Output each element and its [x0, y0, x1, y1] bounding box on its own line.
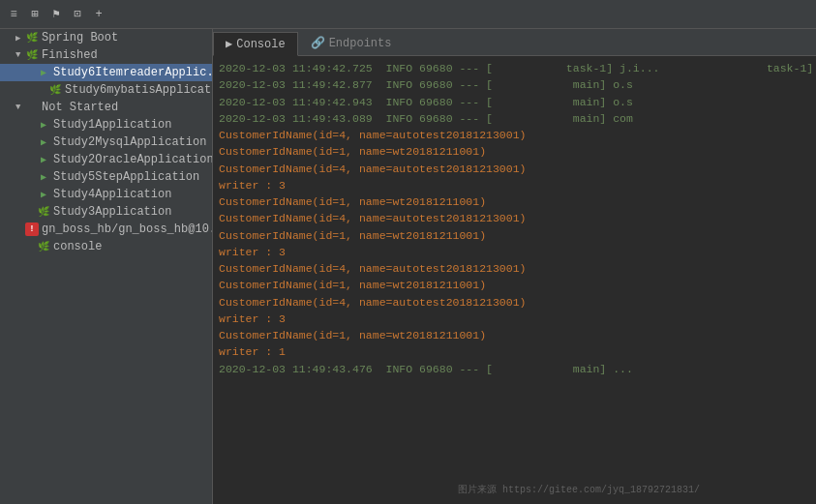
log-line: CustomerIdName(id=1, name=wt20181211001) [219, 193, 810, 210]
sidebar: ▶ 🌿 Spring Boot ▼ 🌿 Finished ▶ Study6Ite… [0, 29, 213, 504]
spring-boot-icon: 🌿 [25, 31, 39, 44]
toolbar-icon-grid[interactable]: ⊞ [27, 7, 43, 22]
log-line: 2020-12-03 11:49:42.943 INFO 69680 --- [… [219, 94, 810, 110]
app-run-icon: ▶ [37, 66, 50, 79]
log-line: CustomerIdName(id=1, name=wt20181211001) [219, 327, 810, 343]
log-line: 2020-12-03 11:49:42.877 INFO 69680 --- [… [219, 76, 810, 93]
sidebar-item-study1[interactable]: ▶ Study1Application [0, 116, 212, 133]
app-error-icon: ! [25, 222, 39, 236]
finished-icon: 🌿 [25, 48, 39, 62]
log-line: CustomerIdName(id=1, name=wt20181211001) [219, 277, 810, 293]
toolbar-icon-add[interactable]: + [91, 7, 106, 22]
log-line: writer : 3 [219, 177, 810, 193]
sidebar-item-label: Study3Application [53, 205, 171, 219]
sidebar-item-label: Study2OracleApplication [53, 153, 212, 166]
log-line: 2020-12-03 11:49:43.089 INFO 69680 --- [… [219, 110, 810, 127]
endpoints-tab-icon: 🔗 [311, 36, 325, 50]
not-started-icon [25, 101, 39, 114]
toolbar-icon-filter[interactable]: ⚑ [48, 7, 64, 22]
sidebar-item-study4[interactable]: ▶ Study4Application [0, 186, 212, 203]
sidebar-item-label: Study5StepApplication [53, 170, 199, 184]
console-output[interactable]: 2020-12-03 11:49:42.725 INFO 69680 --- [… [213, 56, 816, 504]
sidebar-item-spring-boot[interactable]: ▶ 🌿 Spring Boot [0, 29, 212, 46]
app-run-icon: ▶ [37, 153, 50, 166]
console-tabs: ▶ Console 🔗 Endpoints [213, 29, 816, 56]
log-line: CustomerIdName(id=4, name=autotest201812… [219, 127, 810, 143]
sidebar-item-study3[interactable]: 🌿 Study3Application [0, 203, 212, 221]
sidebar-item-not-started[interactable]: ▼ Not Started [0, 99, 212, 116]
toolbar-icon-menu[interactable]: ≡ [6, 7, 21, 22]
sidebar-item-label: Study6ItemreaderApplic... [53, 66, 212, 79]
app-run-icon: ▶ [37, 118, 50, 132]
sidebar-item-study5step[interactable]: ▶ Study5StepApplication [0, 168, 212, 186]
app-run-icon: ▶ [37, 135, 50, 149]
sidebar-item-label: gn_boss_hb/gn_boss_hb@10.0.2... [42, 222, 212, 236]
log-line: writer : 1 [219, 343, 810, 360]
sidebar-item-study6mybatis[interactable]: 🌿 Study6mybatisApplicatio... [0, 81, 212, 99]
tab-endpoints[interactable]: 🔗 Endpoints [298, 31, 405, 55]
sidebar-item-label: Study6mybatisApplicatio... [65, 83, 212, 97]
log-line: writer : 3 [219, 244, 810, 260]
sidebar-item-label: Study1Application [53, 118, 171, 132]
chevron-icon: ▼ [15, 103, 25, 112]
log-line: CustomerIdName(id=4, name=autotest201812… [219, 210, 810, 226]
log-line: writer : 3 [219, 311, 810, 327]
sidebar-item-console[interactable]: 🌿 console [0, 238, 212, 255]
sidebar-item-study6itemreader[interactable]: ▶ Study6ItemreaderApplic... [0, 64, 212, 81]
sidebar-item-label: Spring Boot [42, 31, 118, 44]
app-leaf-icon: 🌿 [48, 83, 62, 97]
sidebar-item-label: Not Started [42, 101, 118, 114]
log-line: CustomerIdName(id=4, name=autotest201812… [219, 294, 810, 311]
toolbar: ≡ ⊞ ⚑ ⊡ + [0, 0, 816, 29]
log-line: CustomerIdName(id=4, name=autotest201812… [219, 161, 810, 177]
app-leaf-icon: 🌿 [37, 205, 50, 219]
main-area: ▶ 🌿 Spring Boot ▼ 🌿 Finished ▶ Study6Ite… [0, 29, 816, 504]
log-line: 2020-12-03 11:49:43.476 INFO 69680 --- [… [219, 361, 810, 377]
log-line: CustomerIdName(id=1, name=wt20181211001) [219, 143, 810, 160]
chevron-icon: ▼ [15, 50, 25, 60]
toolbar-icon-layout[interactable]: ⊡ [70, 7, 85, 22]
console-tab-label: Console [236, 38, 285, 51]
log-line: CustomerIdName(id=1, name=wt20181211001) [219, 227, 810, 244]
sidebar-item-label: Finished [42, 48, 98, 62]
sidebar-item-label: Study4Application [53, 188, 171, 201]
sidebar-item-gn-boss[interactable]: ! gn_boss_hb/gn_boss_hb@10.0.2... [0, 221, 212, 238]
log-line: CustomerIdName(id=4, name=autotest201812… [219, 260, 810, 277]
console-icon: 🌿 [37, 240, 50, 253]
sidebar-item-study2oracle[interactable]: ▶ Study2OracleApplication [0, 151, 212, 168]
sidebar-item-label: console [53, 240, 102, 253]
app-run-icon: ▶ [37, 170, 50, 184]
watermark: 图片来源 https://gitee.com/jyq_18792721831/ [458, 483, 700, 496]
sidebar-item-finished[interactable]: ▼ 🌿 Finished [0, 46, 212, 64]
log-line: 2020-12-03 11:49:42.725 INFO 69680 --- [… [219, 60, 810, 76]
sidebar-item-study2mysql[interactable]: ▶ Study2MysqlApplication [0, 133, 212, 151]
tab-console[interactable]: ▶ Console [213, 32, 298, 56]
app-run-icon: ▶ [37, 188, 50, 201]
sidebar-item-label: Study2MysqlApplication [53, 135, 206, 149]
console-tab-icon: ▶ [226, 37, 232, 51]
chevron-icon: ▶ [15, 33, 25, 44]
endpoints-tab-label: Endpoints [329, 37, 392, 50]
console-area: ▶ Console 🔗 Endpoints 2020-12-03 11:49:4… [213, 29, 816, 504]
